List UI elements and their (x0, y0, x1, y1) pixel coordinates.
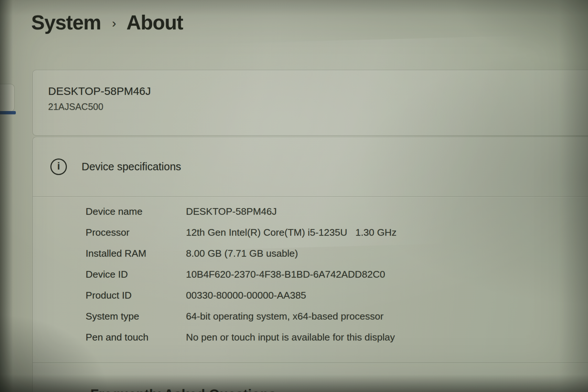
spec-label: Device ID (86, 268, 186, 280)
spec-value: 64-bit operating system, x64-based proce… (186, 310, 384, 322)
spec-label: Device name (86, 206, 186, 217)
spec-value: No pen or touch input is available for t… (186, 331, 395, 343)
spec-row-installed-ram: Installed RAM 8.00 GB (7.71 GB usable) (86, 247, 586, 268)
spec-value: 00330-80000-00000-AA385 (186, 289, 306, 301)
accent-bar (0, 111, 16, 114)
chevron-right-icon: › (112, 16, 116, 30)
spec-label: System type (86, 310, 186, 322)
spec-row-product-id: Product ID 00330-80000-00000-AA385 (86, 289, 586, 310)
spec-row-pen-and-touch: Pen and touch No pen or touch input is a… (86, 331, 586, 352)
sidebar-selected-item-partial[interactable] (0, 84, 15, 112)
breadcrumb-system[interactable]: System (31, 10, 101, 36)
device-name-card: DESKTOP-58PM46J 21AJSAC500 (32, 70, 588, 136)
section-title: Device specifications (82, 161, 181, 173)
spec-row-device-id: Device ID 10B4F620-2370-4F38-B1BD-6A742A… (86, 268, 586, 289)
divider (33, 363, 588, 363)
spec-label: Pen and touch (86, 331, 186, 343)
settings-about-page: System › About DESKTOP-58PM46J 21AJSAC50… (0, 0, 588, 392)
spec-value: 12th Gen Intel(R) Core(TM) i5-1235U 1.30… (186, 227, 397, 238)
spec-label: Processor (86, 227, 186, 238)
spec-value: 10B4F620-2370-4F38-B1BD-6A742ADD82C0 (186, 268, 385, 280)
faq-section-title: Frequently Asked Questions (90, 387, 276, 392)
spec-row-system-type: System type 64-bit operating system, x64… (86, 310, 586, 331)
breadcrumb: System › About (31, 10, 183, 36)
divider (33, 196, 588, 197)
spec-value: 8.00 GB (7.71 GB usable) (186, 247, 298, 259)
device-model: 21AJSAC500 (48, 101, 103, 112)
spec-row-processor: Processor 12th Gen Intel(R) Core(TM) i5-… (86, 227, 586, 247)
device-name: DESKTOP-58PM46J (48, 85, 151, 97)
spec-label: Product ID (86, 289, 186, 301)
breadcrumb-about: About (126, 10, 183, 36)
spec-label: Installed RAM (86, 247, 186, 259)
spec-list: Device name DESKTOP-58PM46J Processor 12… (86, 206, 586, 352)
device-specifications-card: i Device specifications Device name DESK… (32, 137, 588, 392)
info-icon: i (50, 158, 67, 175)
spec-row-device-name: Device name DESKTOP-58PM46J (86, 206, 586, 227)
spec-value: DESKTOP-58PM46J (186, 206, 277, 217)
device-specifications-header[interactable]: i Device specifications (33, 137, 588, 196)
